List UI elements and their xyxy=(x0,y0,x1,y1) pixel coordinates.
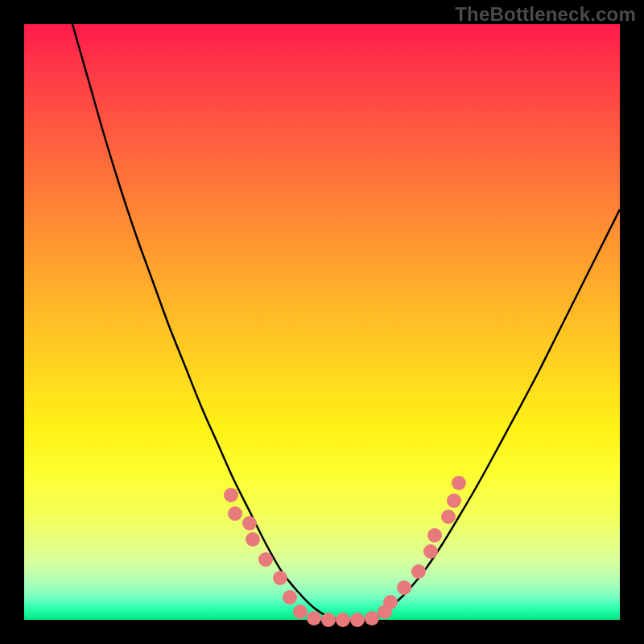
marker-dot xyxy=(307,611,321,625)
marker-dot xyxy=(350,613,365,627)
marker-dot xyxy=(447,493,461,508)
marker-dot xyxy=(258,552,273,567)
marker-dot xyxy=(246,532,260,547)
marker-dot xyxy=(336,613,350,627)
marker-dot xyxy=(293,605,308,619)
marker-dot xyxy=(273,571,287,585)
marker-dot xyxy=(397,580,411,595)
chart-svg xyxy=(24,24,620,620)
marker-dot xyxy=(383,595,398,609)
marker-dot xyxy=(427,528,442,543)
marker-dot xyxy=(321,613,336,627)
marker-dot xyxy=(224,488,238,502)
curve-markers xyxy=(224,476,466,627)
chart-frame: TheBottleneck.com xyxy=(0,0,644,644)
marker-dot xyxy=(452,476,466,490)
marker-dot xyxy=(441,510,456,524)
marker-dot xyxy=(283,590,297,605)
curve-line xyxy=(72,24,620,621)
marker-dot xyxy=(228,506,242,521)
marker-dot xyxy=(365,611,379,625)
watermark-label: TheBottleneck.com xyxy=(455,3,636,26)
marker-dot xyxy=(423,544,438,559)
marker-dot xyxy=(411,564,426,579)
marker-dot xyxy=(242,516,257,530)
plot-area xyxy=(24,24,620,620)
